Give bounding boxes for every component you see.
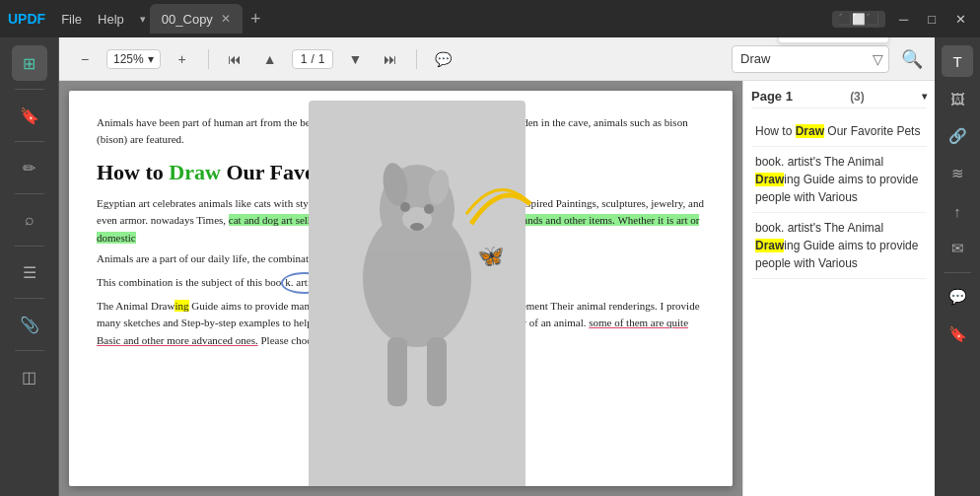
image-edit-icon[interactable]: 🖼 [942,83,973,114]
search-page-count: (3) [850,90,865,104]
toc-icon[interactable]: ☰ [12,254,47,290]
zoom-level-text: 125% [113,52,144,66]
bookmark-right-icon[interactable]: 🔖 [942,319,973,350]
sidebar-divider [15,89,44,90]
sidebar-divider4 [15,246,44,247]
sidebar-divider5 [15,298,44,299]
updf-badge: ⬛⬜⬛ [832,11,885,28]
pdf-page: Animals have been part of human art from… [69,91,733,486]
zoom-in-button[interactable]: + [169,45,196,73]
maximize-button[interactable]: □ [922,10,942,29]
link-icon[interactable]: 🔗 [942,120,973,152]
toolbar-separator2 [416,49,417,69]
search-toggle-icon[interactable]: 🔍 [901,48,923,70]
new-tab-button[interactable]: + [250,9,261,30]
sidebar-divider2 [15,141,44,142]
content-area: Animals have been part of human art from… [59,81,935,496]
heading-draw: Draw [169,160,221,184]
comment-button[interactable]: 💬 [429,45,456,73]
tab-area: ▾ 00_Copy ✕ + [140,4,832,34]
annotations-icon[interactable]: ✏ [12,150,47,185]
svg-point-10 [410,223,424,231]
search-results-badge: Search Results: 3 [778,37,889,43]
search-input[interactable] [732,45,889,73]
search-panel: Page 1 (3) ▾ How to Draw Our Favorite Pe… [742,81,935,496]
page-sep: / [311,52,314,66]
heading-pre: How to [97,160,164,184]
active-tab[interactable]: 00_Copy ✕ [150,4,243,34]
result-highlight-0: Draw [796,124,824,138]
search-page-label: Page 1 [751,89,793,104]
result-post-0: Our Favorite Pets [824,124,920,138]
nav-last-button[interactable]: ⏭ [377,45,404,73]
result-pre-1: book. artist's The Animal [755,155,883,169]
search-page-header: Page 1 (3) ▾ [751,89,927,108]
search-filter-icon[interactable]: ▽ [873,51,883,67]
zoom-out-button[interactable]: − [71,45,99,73]
attach-icon[interactable]: 📎 [12,307,47,342]
toolbar-separator [208,49,209,69]
nav-prev-button[interactable]: ▲ [256,45,284,73]
minimize-button[interactable]: ─ [893,10,914,29]
comment-right-icon[interactable]: 💬 [942,281,973,313]
right-sidebar-divider [944,272,971,273]
result-highlight-1: Draw [755,173,784,186]
close-button[interactable]: ✕ [949,10,972,29]
share-icon[interactable]: ↑ [942,195,973,227]
ocr-icon[interactable]: T [942,45,973,77]
mail-icon[interactable]: ✉ [942,233,973,264]
thumbnails-icon[interactable]: ⊞ [12,45,47,81]
svg-point-8 [400,202,410,212]
tab-title: 00_Copy [162,12,213,27]
search-page-chevron[interactable]: ▾ [922,91,927,102]
search-input-wrap: ▽ [732,45,889,73]
main-layout: ⊞ 🔖 ✏ ⌕ ☰ 📎 ◫ − 125% ▾ + ⏮ ▲ 1 / [0,37,980,496]
bookmarks-icon[interactable]: 🔖 [12,98,47,133]
sidebar-divider6 [15,350,44,351]
search-result-item[interactable]: book. artist's The Animal Drawing Guide … [751,147,927,213]
search-sidebar-icon[interactable]: ⌕ [12,202,47,238]
result-pre-0: How to [755,124,796,138]
dog-image [309,101,525,486]
zoom-dropdown-arrow[interactable]: ▾ [148,52,154,66]
svg-rect-6 [427,337,447,406]
nav-next-button[interactable]: ▼ [341,45,369,73]
toolbar: − 125% ▾ + ⏮ ▲ 1 / 1 ▼ ⏭ 💬 Search Result… [59,37,935,81]
search-result-item[interactable]: book. artist's The Animal Drawing Guide … [751,213,927,279]
draw-highlight: ing [175,300,188,312]
nav-first-button[interactable]: ⏮ [221,45,248,73]
right-sidebar: T 🖼 🔗 ≋ ↑ ✉ 💬 🔖 [935,37,980,496]
zoom-display[interactable]: 125% ▾ [106,49,161,69]
watermark-icon[interactable]: ≋ [942,158,973,189]
page-current[interactable]: 1 [301,52,308,66]
tab-close-button[interactable]: ✕ [221,12,231,26]
app-logo: UPDF [8,11,45,27]
menu-file[interactable]: File [61,12,82,27]
result-pre-2: book. artist's The Animal [755,221,883,235]
svg-rect-5 [387,337,407,406]
tab-dropdown-arrow[interactable]: ▾ [140,13,146,26]
result-highlight-2: Draw [755,239,784,252]
menu-help[interactable]: Help [98,12,124,27]
window-controls: ⬛⬜⬛ ─ □ ✕ [832,10,972,29]
search-box-area: Search Results: 3 ▽ [732,45,889,73]
search-result-item[interactable]: How to Draw Our Favorite Pets [751,116,927,147]
page-display: 1 / 1 [292,49,334,69]
left-sidebar: ⊞ 🔖 ✏ ⌕ ☰ 📎 ◫ [0,37,59,496]
layers-icon[interactable]: ◫ [12,359,47,394]
page-total: 1 [318,52,325,66]
title-bar: UPDF File Help ▾ 00_Copy ✕ + ⬛⬜⬛ ─ □ ✕ [0,0,980,37]
sidebar-divider3 [15,193,44,194]
svg-point-9 [424,204,434,214]
